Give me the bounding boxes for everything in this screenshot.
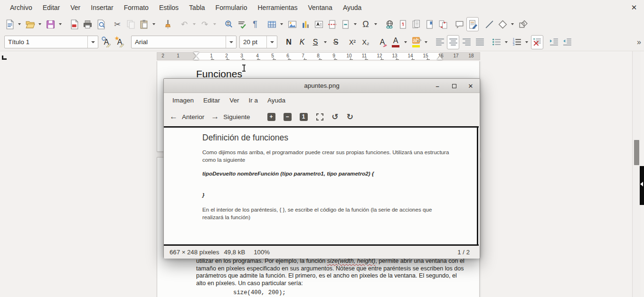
right-margin-marker[interactable]	[437, 56, 443, 60]
align-center-button[interactable]	[447, 35, 459, 49]
insert-chart-icon[interactable]	[299, 17, 312, 31]
bold-button[interactable]: N	[283, 35, 295, 49]
insert-text-box-icon[interactable]	[313, 17, 325, 31]
previous-arrow-icon[interactable]: ←	[170, 112, 178, 121]
font-name-combo[interactable]: Arial	[131, 36, 237, 48]
paragraph-style-combo[interactable]: Título 1	[4, 36, 98, 48]
sidebar-toggle[interactable]	[640, 166, 644, 205]
paste-dropdown[interactable]	[151, 17, 157, 31]
viewer-menu-ayuda[interactable]: Ayuda	[263, 97, 290, 104]
insert-table-icon[interactable]	[265, 17, 278, 31]
highlight-color-button[interactable]: ab	[410, 35, 422, 49]
menu-estilos[interactable]: Estilos	[154, 0, 184, 15]
undo-dropdown[interactable]	[191, 17, 198, 31]
menu-formulario[interactable]: Formulario	[210, 0, 253, 15]
toolbar-overflow-button[interactable]: »	[637, 38, 640, 46]
viewer-menu-ver[interactable]: Ver	[225, 97, 244, 104]
print-icon[interactable]	[81, 17, 94, 31]
align-left-button[interactable]	[434, 35, 446, 49]
print-preview-icon[interactable]	[95, 17, 107, 31]
special-character-dropdown[interactable]	[372, 17, 379, 31]
insert-image-icon[interactable]	[286, 17, 298, 31]
insert-field-dropdown[interactable]	[352, 17, 359, 31]
insert-line-icon[interactable]	[483, 17, 495, 31]
menu-herramientas[interactable]: Herramientas	[252, 0, 303, 15]
find-replace-icon[interactable]	[222, 17, 235, 31]
window-close-icon[interactable]: ✕	[628, 2, 640, 13]
tab-stop-selector[interactable]	[2, 56, 7, 60]
menu-editar[interactable]: Editar	[38, 0, 66, 15]
strikethrough-button[interactable]: S	[330, 35, 342, 49]
next-arrow-icon[interactable]: →	[211, 112, 219, 121]
zoom-in-icon[interactable]: +	[267, 113, 275, 121]
document-code-line[interactable]: size(400, 200);	[233, 289, 286, 296]
save-dropdown[interactable]	[57, 17, 64, 31]
clone-formatting-icon[interactable]	[161, 17, 174, 31]
viewer-maximize-icon[interactable]	[450, 82, 458, 90]
subscript-button[interactable]: X₂	[360, 35, 372, 49]
superscript-button[interactable]: X²	[346, 35, 359, 49]
underline-button[interactable]: S	[309, 35, 322, 49]
basic-shapes-dropdown[interactable]	[509, 17, 516, 31]
viewer-close-icon[interactable]: ✕	[466, 82, 475, 90]
scrollbar-thumb[interactable]	[634, 140, 639, 165]
menu-tabla[interactable]: Tabla	[184, 0, 210, 15]
insert-endnote-icon[interactable]	[410, 17, 422, 31]
copy-icon[interactable]	[124, 17, 137, 31]
viewer-minimize-icon[interactable]: –	[433, 82, 442, 90]
justify-button[interactable]	[474, 35, 486, 49]
insert-cross-reference-icon[interactable]	[436, 17, 449, 31]
viewer-menu-editar[interactable]: Editar	[199, 97, 225, 104]
viewer-menu-ira[interactable]: Ir a	[244, 97, 263, 104]
open-dropdown[interactable]	[37, 17, 43, 31]
menu-archivo[interactable]: Archivo	[5, 0, 38, 15]
best-fit-icon[interactable]	[316, 113, 323, 121]
font-size-dropdown[interactable]	[266, 36, 277, 48]
font-color-dropdown[interactable]	[402, 35, 409, 49]
update-style-icon[interactable]: A	[100, 35, 113, 49]
save-icon[interactable]	[44, 17, 57, 31]
zoom-normal-size-icon[interactable]: 1	[300, 113, 308, 121]
horizontal-ruler[interactable]: 21123456789101112131415161718	[157, 52, 480, 60]
new-document-icon[interactable]	[3, 17, 16, 31]
italic-button[interactable]: K	[296, 35, 308, 49]
no-list-button[interactable]	[531, 35, 543, 49]
new-style-icon[interactable]: A	[114, 35, 126, 49]
edit-mode-icon[interactable]	[466, 17, 479, 31]
rotate-right-icon[interactable]: ↻	[347, 112, 353, 122]
viewer-image-area[interactable]: Definición de funciones Como dijimos más…	[164, 126, 480, 246]
highlight-color-dropdown[interactable]	[423, 35, 429, 49]
menu-ayuda[interactable]: Ayuda	[338, 0, 367, 15]
underline-dropdown[interactable]	[322, 35, 329, 49]
bullet-list-button[interactable]	[490, 35, 502, 49]
insert-field-icon[interactable]	[339, 17, 351, 31]
previous-button-label[interactable]: Anterior	[182, 113, 204, 121]
bullet-list-dropdown[interactable]	[503, 35, 510, 49]
increase-indent-button[interactable]	[548, 35, 560, 49]
show-draw-functions-icon[interactable]	[517, 17, 529, 31]
insert-footnote-icon[interactable]	[397, 17, 409, 31]
paragraph-style-dropdown[interactable]	[87, 36, 98, 48]
insert-comment-icon[interactable]	[453, 17, 465, 31]
menu-formato[interactable]: Formato	[119, 0, 154, 15]
spelling-icon[interactable]	[236, 17, 248, 31]
font-color-button[interactable]: A	[389, 35, 402, 49]
new-document-dropdown[interactable]	[16, 17, 23, 31]
viewer-menu-imagen[interactable]: Imagen	[168, 97, 199, 104]
open-icon[interactable]	[24, 17, 36, 31]
redo-icon[interactable]: ↷	[199, 17, 211, 31]
rotate-left-icon[interactable]: ↺	[332, 112, 339, 122]
numbered-list-dropdown[interactable]	[523, 35, 530, 49]
page-break-icon[interactable]	[326, 17, 338, 31]
cut-icon[interactable]: ✂	[111, 17, 123, 31]
redo-dropdown[interactable]	[211, 17, 218, 31]
undo-icon[interactable]: ↶	[178, 17, 190, 31]
zoom-out-icon[interactable]: −	[284, 113, 292, 121]
numbered-list-button[interactable]: 123	[511, 35, 523, 49]
decrease-indent-button[interactable]	[561, 35, 573, 49]
menu-ventana[interactable]: Ventana	[303, 0, 338, 15]
hyperlink-icon[interactable]	[383, 17, 396, 31]
formatting-marks-icon[interactable]: ¶	[249, 17, 261, 31]
document-paragraph[interactable]: utilizar en los programas. Por ejemplo, …	[196, 258, 443, 287]
insert-bookmark-icon[interactable]	[423, 17, 436, 31]
